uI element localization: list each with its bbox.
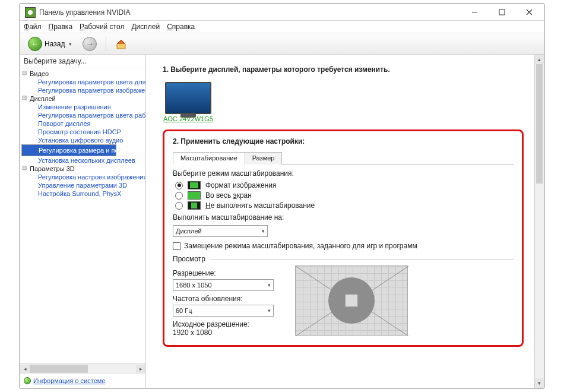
mode-noscale-icon [188, 201, 201, 210]
tree-group-video[interactable]: Видео [21, 69, 145, 78]
tree-item[interactable]: Просмотр состояния HDCP [21, 128, 145, 136]
home-icon [115, 38, 127, 50]
chevron-down-icon: ▾ [268, 308, 271, 314]
native-label: Исходное разрешение: [173, 320, 280, 328]
menu-file[interactable]: ФФайлайл [24, 23, 42, 31]
nvidia-icon [25, 7, 36, 18]
scaling-preview [295, 265, 408, 336]
scroll-up-icon[interactable]: ▴ [535, 55, 544, 64]
select-value: 60 Гц [176, 307, 192, 314]
preview-disk-icon [328, 277, 375, 324]
sidebar-title: Выберите задачу... [20, 55, 145, 68]
scroll-right-icon[interactable]: ▸ [136, 365, 145, 373]
scale-on-select[interactable]: Дисплей ▾ [173, 225, 268, 237]
tree-group-3d[interactable]: Параметры 3D [21, 165, 145, 173]
minimize-button[interactable] [461, 4, 488, 20]
override-checkbox-row[interactable]: Замещение режима масштабирования, заданн… [173, 242, 514, 250]
preview-divider: Просмотр [173, 255, 514, 263]
radio-icon [175, 182, 183, 189]
info-icon [24, 377, 31, 384]
tree-item[interactable]: Регулировка параметров цвета рабоче [21, 111, 145, 119]
radio-icon [175, 202, 183, 210]
system-info-link[interactable]: Информация о системе [20, 373, 145, 388]
scroll-down-icon[interactable]: ▾ [535, 378, 544, 388]
sidebar-hscroll[interactable]: ◂ ▸ [20, 363, 145, 373]
native-resolution: Исходное разрешение: 1920 x 1080 [173, 320, 280, 337]
tree-item[interactable]: Управление параметрами 3D [21, 181, 145, 189]
radio-noscaling[interactable]: Не выполнять масштабирование [173, 201, 514, 210]
menubar: ФФайлайл Правка Рабочий стол Дисплей Спр… [20, 21, 544, 33]
home-button[interactable] [111, 36, 131, 52]
back-label: Назад [45, 40, 65, 48]
titlebar: Панель управления NVIDIA [20, 4, 544, 21]
back-button[interactable]: ← Назад ▾ [24, 35, 76, 53]
window-title: Панель управления NVIDIA [39, 8, 461, 17]
tab-scaling[interactable]: Масштабирование [173, 152, 245, 165]
svg-line-6 [366, 308, 408, 336]
radio-label: Во весь экран [205, 191, 252, 200]
checkbox-icon [173, 242, 180, 250]
tree-item[interactable]: Поворот дисплея [21, 119, 145, 128]
tree-item-selected[interactable]: Регулировка размера и положения рабо [21, 144, 116, 156]
resolution-select[interactable]: 1680 x 1050 ▾ [173, 279, 274, 291]
monitor-icon [165, 82, 211, 114]
radio-label: Формат изображения [205, 181, 276, 189]
scale-on-label: Выполнить масштабирование на: [173, 213, 514, 222]
menu-display[interactable]: Дисплей [131, 23, 160, 31]
menu-help[interactable]: Справка [167, 23, 195, 31]
tree-item[interactable]: Установка цифрового аудио [21, 136, 145, 144]
system-info-label: Информация о системе [33, 377, 105, 384]
tree-item[interactable]: Установка нескольких дисплеев [21, 156, 145, 165]
forward-icon: → [83, 37, 97, 51]
native-value: 1920 x 1080 [173, 328, 280, 337]
tree-item[interactable]: Настройка Surround, PhysX [21, 189, 145, 198]
tab-size[interactable]: Размер [245, 152, 283, 165]
refresh-select[interactable]: 60 Гц ▾ [173, 305, 274, 317]
mode-aspect-icon [188, 181, 201, 189]
refresh-label: Частота обновления: [173, 295, 280, 303]
chevron-down-icon: ▾ [268, 282, 271, 288]
close-button[interactable] [515, 4, 543, 20]
tree-item[interactable]: Регулировка параметров изображения д [21, 86, 145, 94]
menu-edit[interactable]: Правка [49, 23, 73, 31]
radio-aspect[interactable]: Формат изображения [173, 181, 514, 189]
preview-label: Просмотр [173, 255, 205, 263]
tree-item[interactable]: Регулировка параметров цвета для вид [21, 78, 145, 86]
override-label: Замещение режима масштабирования, заданн… [184, 242, 417, 250]
settings-highlight-box: 2. Применить следующие настройки: Масшта… [163, 129, 524, 347]
mode-fullscreen-icon [188, 191, 201, 200]
tree-item[interactable]: Регулировка настроек изображения с пр [21, 173, 145, 181]
menu-desktop[interactable]: Рабочий стол [80, 23, 124, 31]
resolution-label: Разрешение: [173, 269, 280, 277]
svg-rect-2 [499, 10, 505, 15]
main-vscroll[interactable]: ▴ ▾ [534, 55, 544, 388]
back-icon: ← [28, 37, 42, 51]
radio-label: Не выполнять масштабирование [205, 201, 315, 210]
radio-fullscreen[interactable]: Во весь экран [173, 191, 514, 200]
settings-tabs: Масштабирование Размер [173, 151, 514, 165]
nvidia-control-panel-window: Панель управления NVIDIA ФФайлайл Правка… [20, 4, 544, 388]
tree-item[interactable]: Изменение разрешения [21, 103, 145, 111]
scaling-mode-label: Выберите режим масштабирования: [173, 169, 514, 178]
select-value: 1680 x 1050 [176, 282, 212, 289]
sidebar: Выберите задачу... Видео Регулировка пар… [20, 55, 146, 388]
forward-button[interactable]: → [78, 35, 101, 53]
radio-icon [175, 192, 183, 200]
select-value: Дисплей [176, 227, 202, 235]
svg-rect-1 [472, 12, 477, 12]
chevron-down-icon: ▾ [262, 228, 265, 234]
tree-group-display[interactable]: Дисплей [21, 94, 145, 103]
task-tree: Видео Регулировка параметров цвета для в… [20, 68, 145, 363]
maximize-button[interactable] [488, 4, 515, 20]
scroll-left-icon[interactable]: ◂ [20, 365, 30, 373]
svg-point-0 [28, 10, 33, 15]
main-pane: 1. Выберите дисплей, параметры которого … [146, 55, 544, 388]
step2-title: 2. Применить следующие настройки: [173, 137, 514, 146]
toolbar: ← Назад ▾ → [20, 33, 544, 55]
step1-title: 1. Выберите дисплей, параметры которого … [163, 65, 524, 74]
display-thumbnail[interactable]: AOC 24V2W1G5 [163, 82, 214, 122]
